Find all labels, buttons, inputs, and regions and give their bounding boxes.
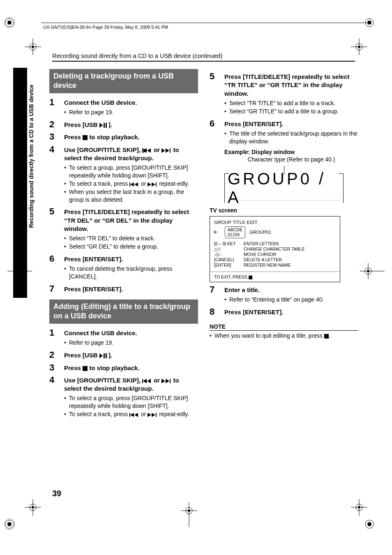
step-number: 8 [210, 307, 224, 317]
text: Press [USB [64, 352, 99, 359]
svg-marker-70 [152, 413, 155, 417]
svg-rect-71 [156, 413, 157, 417]
stop-icon [83, 366, 88, 371]
svg-rect-49 [170, 148, 171, 153]
crop-mark-icon [351, 499, 367, 516]
tv-val: DELETE A LETTER [244, 257, 282, 262]
step-title: Press to stop playback. [64, 133, 198, 141]
step-title: Connect the USB device. [64, 329, 198, 337]
step: 2 Press [USB ]. [49, 120, 198, 129]
section-heading-deleting: Deleting a track/group from a USB device [49, 69, 198, 93]
bullet-text: The title of the selected track/group ap… [229, 130, 358, 145]
step: 6 Press [ENTER/SET]. •The title of the s… [210, 119, 358, 146]
example-label: Example: Display window [224, 149, 358, 155]
svg-marker-47 [161, 148, 165, 153]
svg-point-21 [32, 506, 34, 509]
side-tab-label: Recording sound directly from a CD to a … [28, 85, 35, 228]
bullet-text: To select a group, press [GROUP/TITLE SK… [69, 164, 198, 180]
svg-marker-63 [161, 379, 165, 383]
text: Press [64, 134, 83, 140]
step: 1 Connect the USB device. •Refer to page… [49, 97, 198, 117]
step-title: Press [TITLE/DELETE] repeatedly to selec… [64, 208, 198, 233]
svg-marker-53 [148, 182, 151, 187]
step-number: 7 [49, 284, 64, 294]
step-title: Press [ENTER/SET]. [64, 255, 198, 263]
crop-mark-icon [351, 39, 367, 55]
bullet-text: Select “TR TITLE” to add a title to a tr… [229, 99, 358, 107]
bullet-text: To select a group, press [GROUP/TITLE SK… [69, 394, 198, 410]
svg-marker-61 [143, 379, 147, 383]
svg-marker-54 [152, 182, 155, 187]
tv-key: [ENTER] [214, 263, 244, 267]
svg-rect-60 [142, 379, 143, 383]
play-pause-icon [99, 353, 108, 358]
tv-screen: GROUP TITLE EDIT ABCDE01234 GROUP01 [0 –… [210, 216, 340, 282]
step-number: 4 [49, 375, 64, 419]
step-number: 3 [49, 363, 64, 373]
bullet-text: Refer to “Entering a title” on page 40. [229, 296, 358, 304]
skip-back-icon [129, 413, 139, 417]
step-number: 5 [210, 71, 224, 116]
section-heading-adding: Adding (Editing) a title to a track/grou… [49, 299, 198, 324]
tv-val: REGISTER NEW NAME [244, 263, 291, 267]
svg-rect-39 [104, 123, 105, 128]
svg-marker-51 [130, 182, 134, 187]
svg-point-37 [188, 509, 190, 512]
bullet-text: Select “TR DEL” to delete a track. [69, 235, 198, 242]
step-number: 6 [210, 119, 224, 146]
skip-forward-icon [161, 379, 171, 383]
step-number: 4 [49, 145, 64, 205]
group-name: GROUP01 [249, 230, 271, 235]
char-chip: ABCDE01234 [225, 226, 245, 238]
tv-key: △▽ [214, 246, 244, 251]
text: or [152, 146, 161, 153]
tv-key: [0 – 9] KEY [214, 241, 244, 246]
step-number: 3 [49, 132, 64, 142]
text: to stop playback. [88, 134, 140, 140]
svg-marker-38 [99, 123, 103, 128]
tv-key: ◁▷ [214, 252, 244, 257]
text: or [152, 377, 161, 384]
side-tab [13, 68, 27, 298]
note-body: • When you want to quit editing a title,… [210, 332, 358, 339]
bullet-text: To cancel deleting the track/group, pres… [69, 265, 198, 281]
svg-rect-58 [106, 353, 107, 358]
tv-key: [CANCEL] [214, 257, 244, 262]
tv-screen-label: TV screen [210, 207, 358, 214]
play-icon [214, 230, 217, 234]
text: Use [GROUP/TITLE SKIP], [64, 146, 142, 153]
bullet-text: Refer to page 19. [69, 339, 198, 347]
stop-icon [324, 334, 329, 339]
stop-icon [83, 135, 88, 140]
svg-marker-48 [166, 148, 169, 153]
step-title: Connect the USB device. [64, 99, 198, 107]
header-rule [41, 23, 369, 23]
text: Press [64, 364, 83, 371]
step-title: Press [ENTER/SET]. [224, 120, 358, 128]
step: 2 Press [USB ]. [49, 350, 198, 360]
crop-mark-icon [181, 502, 197, 527]
stop-icon [249, 276, 252, 279]
step: 4 Use [GROUP/TITLE SKIP], or to select t… [49, 375, 198, 419]
step: 3 Press to stop playback. [49, 363, 198, 373]
bullet-text: Refer to page 19. [69, 108, 198, 116]
step: 7 Enter a title. •Refer to “Entering a t… [210, 285, 358, 304]
registration-mark-icon [3, 518, 16, 530]
tv-val: MOVE CURSOR [244, 252, 276, 257]
bullet-text: To select a track, press or repeat-edly. [69, 180, 198, 188]
svg-point-33 [367, 270, 369, 272]
step-title: Press [TITLE/DELETE] repeatedly to selec… [224, 73, 358, 98]
lcd-text: GROUP0 / A [228, 177, 340, 200]
tv-val: CHANGE CHARACTER TABLE [244, 246, 304, 251]
skip-back-icon [129, 182, 139, 187]
bullet-text: Select “GR TITLE” to add a title to a gr… [229, 108, 358, 115]
svg-point-17 [358, 46, 360, 48]
play-pause-icon [99, 123, 108, 128]
step: 8 Press [ENTER/SET]. [210, 307, 358, 317]
text: Press [USB [64, 121, 99, 128]
step: 3 Press to stop playback. [49, 132, 198, 142]
svg-rect-73 [249, 276, 252, 279]
skip-forward-icon [148, 182, 157, 187]
step-number: 7 [210, 285, 224, 304]
svg-marker-69 [148, 413, 151, 417]
